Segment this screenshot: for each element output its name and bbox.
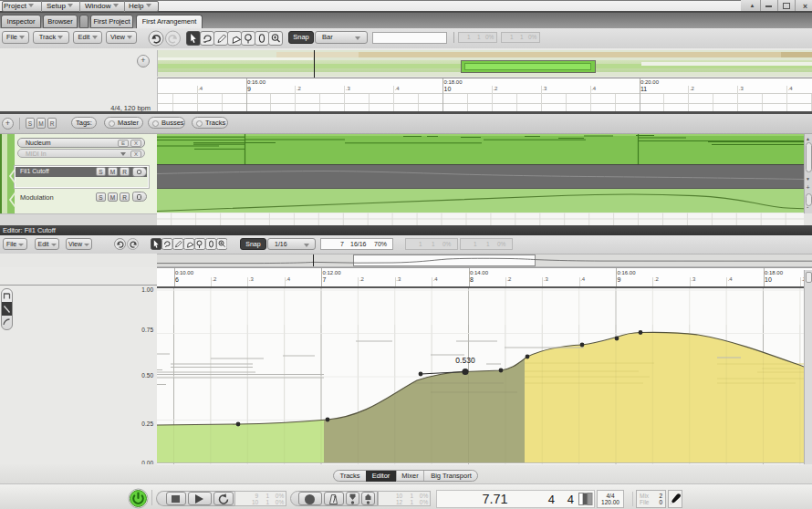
svg-text:0.530: 0.530 bbox=[455, 356, 475, 365]
